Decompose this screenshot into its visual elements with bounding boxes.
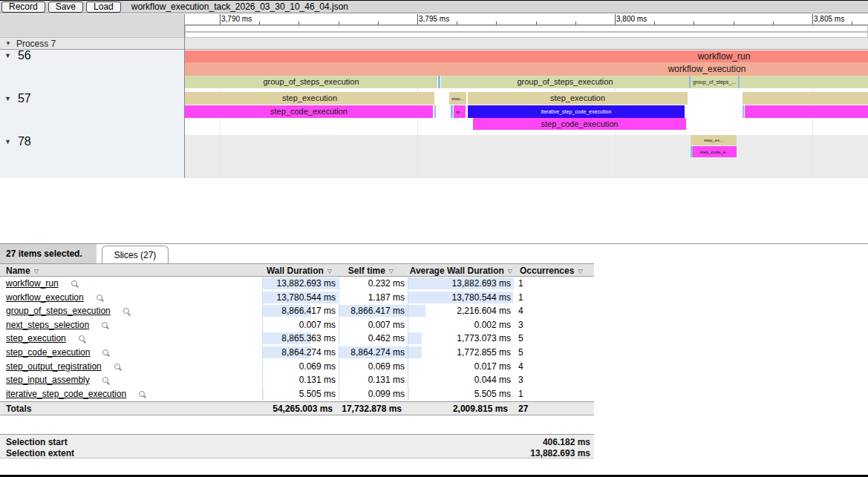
- magnifier-icon[interactable]: [102, 349, 108, 355]
- trace-slice-group_of_steps_execution[interactable]: group_of_steps_execution: [441, 76, 689, 88]
- trace-slice[interactable]: [743, 92, 868, 105]
- bottom-panel-border: [0, 243, 868, 244]
- column-header-occurrences[interactable]: Occurrences▽: [520, 266, 587, 276]
- avg-duration-cell: 0.044 ms: [408, 373, 514, 386]
- table-row: group_of_steps_execution8,866.417 ms8,86…: [0, 304, 594, 318]
- collapse-triangle-icon[interactable]: ▼: [4, 95, 11, 102]
- load-button[interactable]: Load: [86, 1, 121, 13]
- slice-name-link[interactable]: step_input_assembly: [6, 375, 90, 385]
- trace-slice[interactable]: [743, 105, 744, 118]
- avg-value: 0.002 ms: [405, 320, 511, 330]
- slice-label: step_ex...: [704, 138, 723, 142]
- column-header-label: Occurrences: [520, 266, 574, 276]
- table-header-row: Name▽Wall Duration▽Self time▽Average Wal…: [0, 263, 594, 277]
- trace-slice-step_execution[interactable]: step_execution: [185, 92, 434, 105]
- trace-slice-step_code_execution[interactable]: step_code_execution: [185, 105, 433, 118]
- avg-duration-cell: 1,773.073 ms: [408, 332, 514, 345]
- slice-name-link[interactable]: next_steps_selection: [6, 320, 89, 330]
- minor-tick: [694, 22, 694, 24]
- trace-slice[interactable]: [434, 105, 436, 118]
- magnifier-icon[interactable]: [139, 391, 145, 397]
- avg-duration-cell: 1,772.855 ms: [408, 346, 514, 359]
- avg-value: 5.505 ms: [405, 389, 511, 399]
- trace-slice-workflow_run[interactable]: workflow_run: [185, 50, 868, 62]
- magnifier-icon[interactable]: [114, 363, 120, 369]
- process-header[interactable]: ▼ Process 7: [0, 37, 868, 50]
- magnifier-icon[interactable]: [102, 322, 108, 328]
- name-cell: step_output_registration: [6, 361, 120, 372]
- slice-name-link[interactable]: workflow_run: [6, 278, 59, 289]
- trace-slice[interactable]: [745, 105, 868, 118]
- slice-name-link[interactable]: iterative_step_code_execution: [6, 389, 126, 399]
- self-duration-cell: 0.232 ms: [339, 277, 408, 290]
- wall-value: 8,865.363 ms: [260, 333, 336, 343]
- column-header-label: Name: [6, 266, 30, 276]
- tick-label: 3,795 ms: [419, 15, 449, 23]
- trace-slice-step_ex-[interactable]: step_ex...: [691, 135, 737, 145]
- track-id: 56: [18, 49, 31, 62]
- avg-duration-cell: 5.505 ms: [408, 387, 514, 401]
- self-value: 8,864.274 ms: [336, 347, 405, 358]
- time-ruler[interactable]: 3,790 ms3,795 ms3,800 ms3,805 ms: [185, 14, 868, 25]
- wall-value: 0.131 ms: [260, 375, 336, 385]
- table-row: step_execution8,865.363 ms0.462 ms1,773.…: [0, 332, 594, 345]
- wall-duration-cell: 8,864.274 ms: [262, 346, 339, 359]
- slice-name-link[interactable]: workflow_execution: [6, 292, 84, 303]
- track-label-78: ▼78: [4, 135, 31, 148]
- collapse-triangle-icon[interactable]: ▼: [4, 138, 11, 145]
- slice-label: group_of_steps_...: [693, 79, 736, 85]
- wall-duration-cell: 5.505 ms: [262, 387, 339, 401]
- totals-average-wall-duration: 2,009.815 ms: [408, 404, 508, 414]
- trace-slice-workflow_execution[interactable]: workflow_execution: [185, 62, 868, 76]
- collapse-triangle-icon[interactable]: ▼: [5, 40, 11, 47]
- trace-slice[interactable]: [438, 76, 440, 88]
- column-header-name[interactable]: Name▽: [6, 266, 50, 276]
- table-row: step_code_execution8,864.274 ms8,864.274…: [0, 346, 594, 359]
- process-header-label: Process 7: [16, 39, 56, 49]
- trace-slice-step_code_e-[interactable]: step_code_e...: [693, 146, 737, 157]
- collapse-triangle-icon[interactable]: ▼: [4, 52, 11, 59]
- slice-name-link[interactable]: step_code_execution: [6, 347, 90, 358]
- magnifier-icon[interactable]: [79, 335, 85, 341]
- wall-value: 8,866.417 ms: [260, 306, 336, 316]
- occurrences-value: 1: [518, 389, 523, 399]
- magnifier-icon[interactable]: [123, 308, 129, 314]
- slice-label: step_code_execution: [541, 120, 619, 128]
- table-row: iterative_step_code_execution5.505 ms0.0…: [0, 387, 594, 401]
- avg-duration-cell: 0.017 ms: [408, 360, 514, 373]
- totals-occurrences: 27: [518, 404, 528, 414]
- toolbar-buttons: RecordSaveLoad: [1, 1, 124, 13]
- trace-slice-step_execution[interactable]: step_execution: [468, 92, 688, 105]
- slice-name-link[interactable]: step_output_registration: [6, 361, 102, 372]
- self-value: 0.462 ms: [336, 333, 405, 343]
- trace-slice[interactable]: [451, 105, 453, 118]
- trace-viewer-window: RecordSaveLoad workflow_execution_tack_2…: [0, 0, 868, 477]
- magnifier-icon[interactable]: [97, 295, 102, 300]
- trace-slice-group_of_steps_-[interactable]: group_of_steps_...: [691, 76, 738, 88]
- slice-label: workflow_execution: [668, 65, 746, 73]
- save-button[interactable]: Save: [48, 1, 83, 13]
- tick-label: 3,800 ms: [616, 15, 647, 23]
- slice-name-link[interactable]: group_of_steps_execution: [6, 306, 111, 316]
- magnifier-icon[interactable]: [71, 280, 77, 286]
- self-duration-cell: 0.069 ms: [339, 360, 408, 373]
- trace-slice-iterative_step_code_execution[interactable]: iterative_step_code_execution: [468, 105, 685, 118]
- trace-slice[interactable]: [740, 76, 868, 88]
- slice-name-link[interactable]: step_execution: [6, 333, 66, 343]
- magnifier-icon[interactable]: [102, 377, 108, 383]
- self-value: 0.099 ms: [336, 389, 405, 399]
- column-header-wall-duration[interactable]: Wall Duration▽: [228, 266, 332, 276]
- column-header-average-wall-duration[interactable]: Average Wall Duration▽: [374, 266, 512, 276]
- wall-value: 13,882.693 ms: [260, 278, 336, 289]
- tab-slices[interactable]: Slices (27): [102, 246, 169, 264]
- trace-slice-st-[interactable]: st...: [454, 105, 466, 118]
- table-row: step_input_assembly0.131 ms0.131 ms0.044…: [0, 373, 594, 386]
- trace-slice-group_of_steps_execution[interactable]: group_of_steps_execution: [185, 76, 437, 88]
- record-button[interactable]: Record: [1, 1, 45, 13]
- avg-value: 1,773.073 ms: [405, 333, 511, 343]
- self-value: 0.232 ms: [336, 278, 405, 289]
- wall-value: 13,780.544 ms: [260, 292, 336, 303]
- trace-slice-step_code_execution[interactable]: step_code_execution: [473, 118, 686, 130]
- trace-slice-step-[interactable]: step...: [449, 92, 466, 105]
- occurrences-value: 4: [518, 361, 523, 372]
